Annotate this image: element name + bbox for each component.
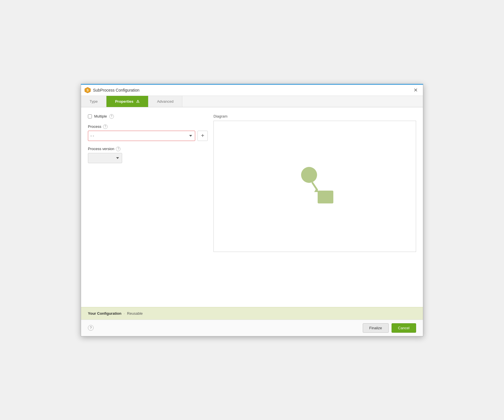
process-label: Process ? <box>88 124 208 129</box>
process-row: - - + <box>88 131 208 141</box>
multiple-checkbox[interactable] <box>88 114 92 118</box>
multiple-checkbox-label: Multiple <box>88 114 107 118</box>
tabs-bar: Type Properties ⚠ Advanced <box>81 96 423 107</box>
multiple-help-icon[interactable]: ? <box>109 114 114 119</box>
tab-advanced[interactable]: Advanced <box>148 96 182 107</box>
svg-line-3 <box>313 183 317 190</box>
add-process-button[interactable]: + <box>197 131 208 141</box>
multiple-label: Multiple <box>94 114 107 118</box>
svg-point-2 <box>301 167 317 183</box>
close-button[interactable]: ✕ <box>412 87 420 93</box>
dialog-title: SubProcess Configuration <box>93 88 140 92</box>
finalize-button[interactable]: Finalize <box>363 323 389 333</box>
action-buttons: Finalize Cancel <box>363 323 416 333</box>
diagram-box <box>213 121 416 252</box>
diagram-svg <box>292 163 338 209</box>
right-panel: Diagram <box>213 114 416 300</box>
config-separator: · <box>124 311 125 316</box>
process-version-field: Process version ? <box>88 147 208 163</box>
tab-warning-icon: ⚠ <box>136 99 140 104</box>
help-icon[interactable]: ? <box>88 325 94 331</box>
config-value: Reusable <box>127 311 143 316</box>
action-bar: ? Finalize Cancel <box>81 320 423 336</box>
config-label: Your Configuration <box>88 311 121 316</box>
process-help-icon[interactable]: ? <box>103 124 108 129</box>
subprocess-config-dialog: S SubProcess Configuration ✕ Type Proper… <box>81 84 423 336</box>
cancel-button[interactable]: Cancel <box>392 323 416 333</box>
titlebar-left: S SubProcess Configuration <box>84 87 140 93</box>
process-version-help-icon[interactable]: ? <box>116 147 120 151</box>
multiple-field-row: Multiple ? <box>88 114 208 119</box>
titlebar: S SubProcess Configuration ✕ <box>81 85 423 96</box>
left-panel: Multiple ? Process ? - - + <box>88 114 208 300</box>
process-select[interactable]: - - <box>88 131 195 141</box>
svg-rect-5 <box>318 191 333 203</box>
diagram-label: Diagram <box>213 114 416 118</box>
footer-config-bar: Your Configuration · Reusable <box>81 307 423 320</box>
process-version-select[interactable] <box>88 153 122 163</box>
tab-properties[interactable]: Properties ⚠ <box>106 96 148 107</box>
tab-type[interactable]: Type <box>81 96 106 107</box>
main-content: Multiple ? Process ? - - + <box>81 107 423 307</box>
svg-text:S: S <box>87 89 89 92</box>
app-icon: S <box>84 87 91 93</box>
process-version-label: Process version ? <box>88 147 208 151</box>
process-field: Process ? - - + <box>88 124 208 141</box>
